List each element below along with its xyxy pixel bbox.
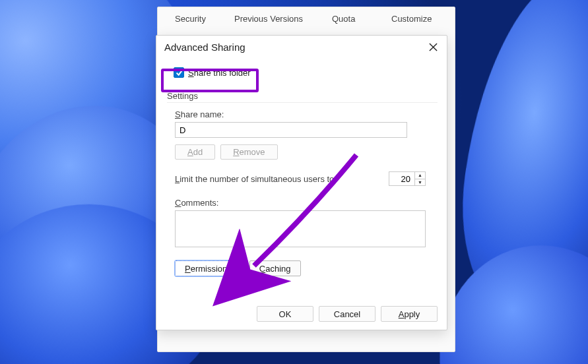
- checkbox-icon: [174, 67, 184, 78]
- apply-button[interactable]: Apply: [381, 306, 438, 322]
- cancel-button[interactable]: Cancel: [319, 306, 376, 322]
- title-bar: Advanced Sharing: [156, 36, 447, 62]
- spinner-up-icon[interactable]: ▲: [415, 172, 425, 179]
- share-name-input[interactable]: [175, 122, 407, 138]
- limit-label: Limit the number of simultaneous users t…: [175, 174, 337, 184]
- share-this-folder-checkbox[interactable]: Share this folder: [167, 63, 257, 82]
- spinner-down-icon[interactable]: ▼: [415, 179, 425, 186]
- tab-previous-versions[interactable]: Previous Versions: [224, 11, 321, 26]
- remove-button: Remove: [220, 144, 277, 160]
- caching-button[interactable]: Caching: [249, 260, 301, 276]
- comments-input[interactable]: [175, 210, 426, 247]
- advanced-sharing-dialog: Advanced Sharing Share this folder Setti…: [156, 35, 447, 330]
- settings-group-label: Settings: [167, 91, 438, 103]
- close-icon: [429, 43, 438, 51]
- tab-quota[interactable]: Quota: [321, 11, 381, 26]
- dialog-title: Advanced Sharing: [164, 42, 245, 53]
- add-button: Add: [175, 144, 215, 160]
- comments-label: Comments:: [175, 198, 438, 208]
- share-checkbox-label: Share this folder: [188, 68, 251, 78]
- ok-button[interactable]: OK: [257, 306, 313, 322]
- limit-value: 20: [389, 174, 414, 184]
- permissions-button[interactable]: Permissions: [175, 260, 242, 276]
- tabs-row-1: Security Previous Versions Quota Customi…: [158, 7, 455, 26]
- share-name-label: Share name:: [175, 109, 438, 119]
- limit-spinner[interactable]: 20 ▲ ▼: [389, 171, 426, 186]
- tab-customize[interactable]: Customize: [381, 11, 447, 26]
- tab-security[interactable]: Security: [164, 11, 224, 26]
- close-button[interactable]: [427, 41, 439, 53]
